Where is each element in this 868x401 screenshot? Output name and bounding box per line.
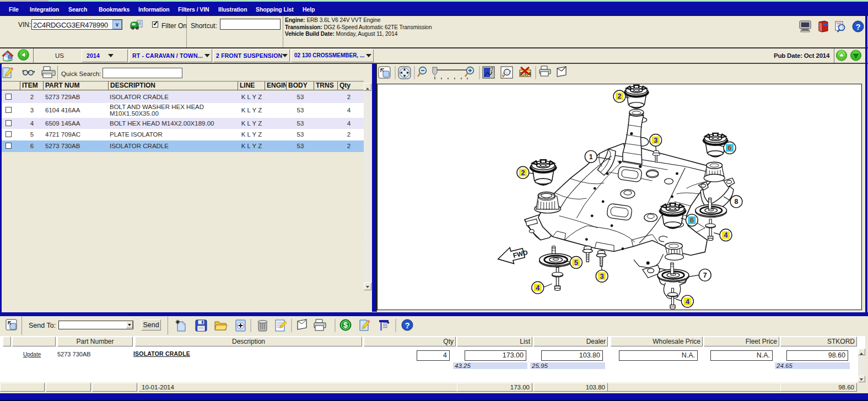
svg-text:5: 5 <box>574 259 578 267</box>
svg-text:3: 3 <box>654 137 657 144</box>
svg-text:2: 2 <box>521 169 525 177</box>
svg-text:$: $ <box>343 321 348 329</box>
svg-text:8: 8 <box>735 198 738 205</box>
svg-text:4: 4 <box>724 231 728 239</box>
svg-text:6: 6 <box>690 216 694 224</box>
svg-text:3: 3 <box>600 273 604 280</box>
svg-text:6: 6 <box>728 144 732 152</box>
svg-text:?: ? <box>855 22 860 31</box>
svg-text:4: 4 <box>686 298 689 306</box>
svg-text:?: ? <box>405 321 409 330</box>
svg-text:7: 7 <box>703 272 707 279</box>
svg-text:1: 1 <box>589 153 593 161</box>
svg-text:2: 2 <box>618 93 622 100</box>
svg-text:4: 4 <box>536 284 540 292</box>
